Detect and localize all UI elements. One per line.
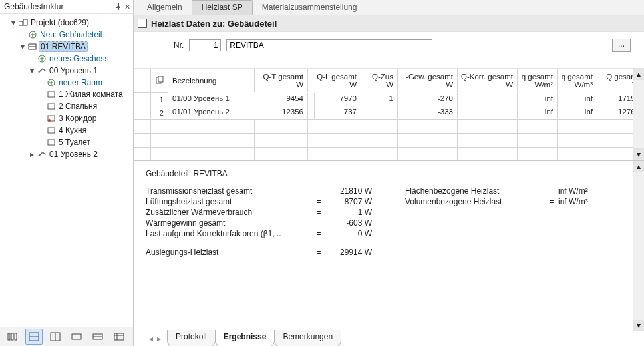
tree-twisty-icon[interactable]: ▸ (28, 150, 36, 159)
section-title-bar: Heizlast Daten zu: Gebäudeteil (134, 15, 644, 32)
left-viewmode-bar (0, 327, 133, 346)
grid-cell[interactable]: -333 (398, 106, 458, 120)
column-header[interactable]: q gesamtW/m³ (558, 69, 597, 92)
grid-cell[interactable]: inf (518, 106, 558, 120)
svg-rect-20 (72, 334, 81, 339)
column-header[interactable]: Bezeichnung (168, 69, 255, 92)
row-gutter (134, 93, 151, 106)
svg-rect-0 (19, 21, 23, 25)
tree-new-part[interactable]: Neu: Gebäudeteil (39, 30, 103, 39)
summary-label: Wärmegewinn gesamt (146, 218, 312, 228)
svg-rect-7 (48, 92, 55, 97)
form-row: Nr. ... (134, 32, 644, 69)
viewmode-6[interactable] (110, 329, 128, 345)
row-header[interactable]: 1 (151, 93, 168, 106)
scroll-down-icon[interactable]: ▾ (633, 320, 644, 331)
tree-part-01[interactable]: 01 REVITBA (39, 41, 88, 52)
viewmode-3[interactable] (47, 329, 64, 345)
viewmode-5[interactable] (89, 329, 106, 345)
column-header[interactable]: Q-L gesamtW (308, 69, 361, 92)
viewmode-4[interactable] (68, 329, 85, 345)
scroll-up-icon[interactable]: ▴ (633, 69, 644, 80)
grid-cell[interactable] (458, 106, 518, 120)
data-grid[interactable]: BezeichnungQ-T gesamtWQ-L gesamtWQ-ZusW-… (134, 69, 644, 161)
tab-allgemein[interactable]: Allgemein (138, 1, 192, 15)
summary-scrollbar[interactable]: ▴ ▾ (633, 161, 644, 331)
gap (372, 186, 405, 196)
summary-value: -603 W (325, 218, 372, 228)
viewmode-2[interactable] (25, 329, 43, 345)
column-header[interactable]: -Gew. gesamtW (398, 69, 458, 92)
tree-room-5[interactable]: 5 Туалет (57, 138, 92, 147)
grid-cell[interactable]: -270 (398, 93, 458, 106)
scroll-up-icon[interactable]: ▴ (633, 161, 644, 172)
summary-label: Lüftungsheizlast gesamt (146, 197, 312, 206)
column-header[interactable]: Q-Korr. gesamtW (458, 69, 518, 92)
equals-sign: = (545, 186, 558, 196)
grid-cell[interactable] (458, 93, 518, 106)
grid-cell[interactable]: inf (558, 93, 597, 106)
tree-room-3[interactable]: 3 Коридор (57, 114, 98, 123)
grid-cell[interactable]: 737 (308, 106, 361, 120)
summary-value: 21810 W (325, 186, 372, 196)
tree-room-2[interactable]: 2 Спальня (57, 102, 98, 111)
tab-material[interactable]: Materialzusammenstellung (253, 1, 367, 15)
grid-cell[interactable]: inf (518, 93, 558, 106)
equals-sign: = (545, 197, 558, 206)
svg-rect-15 (15, 333, 17, 340)
svg-rect-23 (114, 333, 124, 340)
summary-label-right (405, 229, 545, 238)
building-tree[interactable]: ▾ Projekt (doc629) Neu: Gebäudeteil (0, 14, 133, 327)
building-part-icon (28, 42, 37, 51)
summary-value-right (558, 218, 611, 228)
tab-prev-icon[interactable]: ◂ (147, 334, 155, 343)
top-tabs: Allgemein Heizlast SP Materialzusammenst… (134, 0, 644, 15)
tree-new-room[interactable]: neuer Raum (57, 78, 104, 87)
btab-ergebnisse[interactable]: Ergebnisse (215, 330, 275, 347)
grid-scrollbar[interactable]: ▴ ▾ (633, 69, 644, 160)
panel-title: Gebäudestruktur (4, 2, 63, 11)
tree-twisty-icon[interactable]: ▾ (19, 42, 27, 51)
summary-label: Transmissionsheizlast gesamt (146, 186, 312, 196)
svg-rect-12 (48, 140, 55, 145)
tree-room-4[interactable]: 4 Кухня (57, 126, 88, 135)
column-header[interactable]: q gesamtW/m² (518, 69, 558, 92)
more-button[interactable]: ... (612, 39, 631, 52)
equals-sign: = (312, 208, 325, 217)
equals-sign: = (312, 186, 325, 196)
close-icon[interactable]: ✕ (124, 3, 130, 11)
summary-value-right (558, 208, 611, 217)
nr-input[interactable] (189, 39, 221, 51)
grid-cell[interactable]: 12356 (255, 106, 308, 120)
gap (372, 197, 405, 206)
grid-cell[interactable]: 9454 (255, 93, 308, 106)
tree-level-1[interactable]: 00 Уровень 1 (48, 66, 99, 75)
tree-twisty-icon[interactable]: ▾ (9, 18, 17, 27)
tree-twisty-icon[interactable]: ▾ (28, 66, 36, 75)
grid-cell[interactable]: inf (558, 106, 597, 120)
tree-project[interactable]: Projekt (doc629) (29, 18, 90, 27)
pin-icon[interactable] (115, 3, 122, 10)
summary-value: 0 W (325, 229, 372, 238)
column-header[interactable]: Q-T gesamtW (255, 69, 308, 92)
viewmode-1[interactable] (4, 329, 21, 345)
btab-protokoll[interactable]: Protokoll (167, 330, 216, 347)
name-input[interactable] (226, 39, 432, 51)
row-gutter (134, 106, 151, 120)
grid-cell[interactable]: 7970 (308, 93, 361, 106)
tab-heizlast-sp[interactable]: Heizlast SP (192, 0, 253, 15)
row-header[interactable]: 2 (151, 106, 168, 120)
tab-next-icon[interactable]: ▸ (155, 334, 163, 343)
tree-room-1[interactable]: 1 Жилая комната (57, 90, 124, 99)
grid-cell[interactable] (361, 106, 398, 120)
copy-icon[interactable] (151, 69, 168, 93)
plus-circle-icon (37, 54, 47, 63)
room-icon (47, 138, 56, 147)
tree-level-2[interactable]: 01 Уровень 2 (48, 150, 99, 159)
btab-bemerkungen[interactable]: Bemerkungen (274, 330, 341, 347)
column-header[interactable]: Q-ZusW (361, 69, 398, 92)
grid-cell[interactable]: 1 (361, 93, 398, 106)
tree-new-floor[interactable]: neues Geschoss (48, 54, 110, 63)
summary-label: Zusätzlicher Wärmeverbrauch (146, 208, 312, 217)
scroll-down-icon[interactable]: ▾ (633, 148, 644, 160)
